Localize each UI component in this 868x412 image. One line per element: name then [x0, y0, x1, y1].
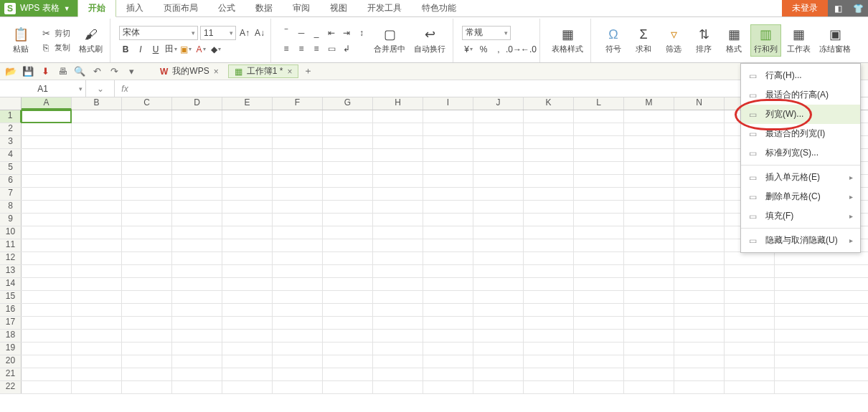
- cell-G11[interactable]: [323, 239, 373, 251]
- cell-C20[interactable]: [122, 355, 172, 368]
- sort-button[interactable]: ⇅排序: [690, 25, 717, 56]
- menu-item[interactable]: ▭隐藏与取消隐藏(U)▸: [741, 231, 860, 250]
- font-name-select[interactable]: 宋体: [119, 26, 198, 40]
- cell-B8[interactable]: [72, 201, 122, 213]
- cell-I19[interactable]: [423, 342, 473, 355]
- cell-O22[interactable]: [725, 381, 775, 393]
- cell-J21[interactable]: [473, 368, 524, 380]
- cell-N17[interactable]: [674, 317, 725, 329]
- cell-E14[interactable]: [222, 278, 273, 290]
- cell-M9[interactable]: [624, 214, 674, 226]
- cell-N15[interactable]: [674, 291, 725, 303]
- cell-C6[interactable]: [122, 175, 172, 187]
- cell-B13[interactable]: [72, 265, 122, 277]
- cell-N14[interactable]: [674, 278, 725, 290]
- col-header-A[interactable]: A: [22, 97, 72, 110]
- print-preview-icon[interactable]: 🔍: [73, 65, 86, 78]
- cell-L9[interactable]: [574, 214, 624, 226]
- menu-item[interactable]: ▭删除单元格(C)▸: [741, 187, 860, 206]
- cell-H20[interactable]: [373, 355, 423, 368]
- cell-J5[interactable]: [473, 162, 524, 174]
- cell-fill-button[interactable]: ◆: [209, 43, 222, 56]
- cell-D19[interactable]: [172, 342, 222, 355]
- cell-H15[interactable]: [373, 291, 423, 303]
- cell-B12[interactable]: [72, 252, 122, 264]
- cell-C2[interactable]: [122, 123, 172, 135]
- cell-B10[interactable]: [72, 226, 122, 239]
- cell-L13[interactable]: [574, 265, 624, 277]
- col-header-I[interactable]: I: [423, 97, 473, 110]
- cell-E19[interactable]: [222, 342, 273, 355]
- cell-J7[interactable]: [473, 188, 524, 200]
- align-bottom-button[interactable]: _: [310, 27, 323, 39]
- cell-K12[interactable]: [524, 252, 574, 264]
- cell-E6[interactable]: [222, 175, 273, 187]
- cell-A11[interactable]: [22, 239, 72, 251]
- cell-E2[interactable]: [222, 123, 273, 135]
- cell-F7[interactable]: [273, 188, 323, 200]
- cell-N5[interactable]: [674, 162, 725, 174]
- cell-C14[interactable]: [122, 278, 172, 290]
- cell-A3[interactable]: [22, 136, 72, 148]
- ribbon-tab-1[interactable]: 插入: [116, 0, 154, 16]
- cell-G10[interactable]: [323, 226, 373, 239]
- dec-dec-button[interactable]: ←.0: [522, 43, 535, 56]
- cell-I9[interactable]: [423, 214, 473, 226]
- col-header-C[interactable]: C: [122, 97, 172, 110]
- cell-L8[interactable]: [574, 201, 624, 213]
- cell-F15[interactable]: [273, 291, 323, 303]
- freeze-button[interactable]: ▣冻结窗格: [816, 25, 854, 56]
- cell-A10[interactable]: [22, 226, 72, 239]
- cell-N7[interactable]: [674, 188, 725, 200]
- cell-N22[interactable]: [674, 381, 725, 393]
- cell-B3[interactable]: [72, 136, 122, 148]
- align-top-button[interactable]: ‾: [280, 27, 293, 39]
- cell-G7[interactable]: [323, 188, 373, 200]
- tab-my-wps-close[interactable]: ×: [214, 67, 219, 77]
- cell-K13[interactable]: [524, 265, 574, 277]
- col-header-M[interactable]: M: [624, 97, 674, 110]
- cell-D4[interactable]: [172, 149, 222, 161]
- cell-B7[interactable]: [72, 188, 122, 200]
- cell-G18[interactable]: [323, 330, 373, 342]
- col-header-L[interactable]: L: [574, 97, 624, 110]
- cell-I1[interactable]: [423, 110, 473, 123]
- align-right-button[interactable]: ≡: [310, 42, 323, 55]
- cell-L3[interactable]: [574, 136, 624, 148]
- cell-N10[interactable]: [674, 226, 725, 239]
- cell-M15[interactable]: [624, 291, 674, 303]
- cell-E3[interactable]: [222, 136, 273, 148]
- cell-E12[interactable]: [222, 252, 273, 264]
- cell-A8[interactable]: [22, 201, 72, 213]
- cell-B22[interactable]: [72, 381, 122, 393]
- qat-more-icon[interactable]: ▾: [125, 65, 138, 78]
- cell-H7[interactable]: [373, 188, 423, 200]
- name-box[interactable]: A1: [0, 80, 86, 97]
- cell-L17[interactable]: [574, 317, 624, 329]
- cell-C9[interactable]: [122, 214, 172, 226]
- cell-F22[interactable]: [273, 381, 323, 393]
- cell-C12[interactable]: [122, 252, 172, 264]
- cell-L18[interactable]: [574, 330, 624, 342]
- cell-D6[interactable]: [172, 175, 222, 187]
- indent-increase-button[interactable]: ⇥: [340, 27, 353, 39]
- row-header-13[interactable]: 13: [0, 265, 22, 277]
- save-icon[interactable]: 💾: [22, 65, 34, 78]
- cell-B2[interactable]: [72, 123, 122, 135]
- cell-J15[interactable]: [473, 291, 524, 303]
- cell-D18[interactable]: [172, 330, 222, 342]
- cell-K14[interactable]: [524, 278, 574, 290]
- fill-color-button[interactable]: ▣: [179, 43, 192, 56]
- cell-C16[interactable]: [122, 304, 172, 316]
- cell-J19[interactable]: [473, 342, 524, 355]
- cell-A12[interactable]: [22, 252, 72, 264]
- cell-J22[interactable]: [473, 381, 524, 393]
- align-middle-button[interactable]: ─: [295, 27, 308, 39]
- cell-F18[interactable]: [273, 330, 323, 342]
- cell-L6[interactable]: [574, 175, 624, 187]
- app-badge[interactable]: S WPS 表格 ▼: [0, 0, 77, 16]
- cell-F6[interactable]: [273, 175, 323, 187]
- cell-F11[interactable]: [273, 239, 323, 251]
- cell-H16[interactable]: [373, 304, 423, 316]
- row-header-2[interactable]: 2: [0, 123, 22, 135]
